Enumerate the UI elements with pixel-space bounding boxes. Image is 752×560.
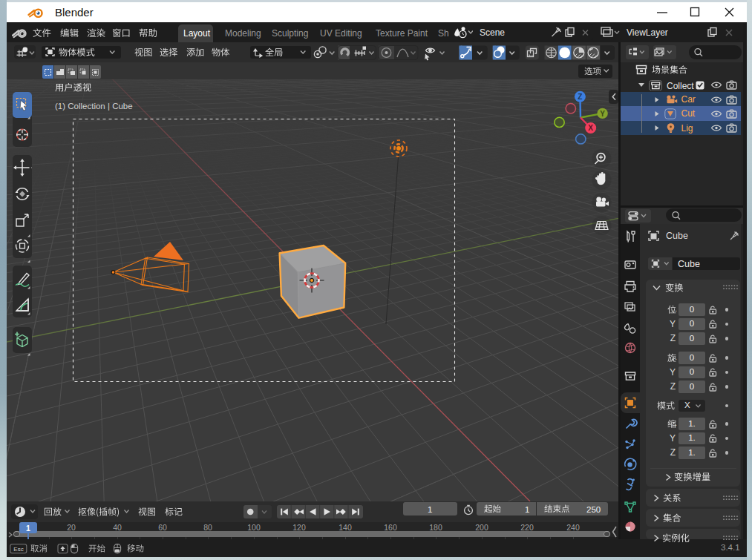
svg-text:X: X bbox=[588, 124, 593, 132]
svg-text:Y: Y bbox=[600, 110, 605, 118]
svg-text:Z: Z bbox=[578, 93, 582, 101]
svg-text:Esc: Esc bbox=[13, 546, 23, 553]
